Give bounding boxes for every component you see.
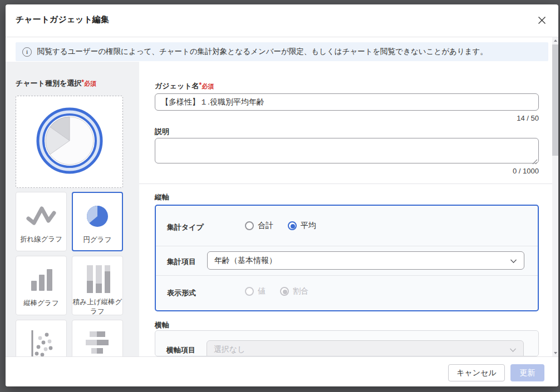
description-label: 説明 [155, 127, 169, 137]
aggregation-item-label: 集計項目 [167, 257, 196, 267]
radio-icon [288, 221, 297, 230]
scroll-down-icon[interactable] [554, 352, 557, 354]
chart-type-line[interactable]: 折れ線グラフ [16, 192, 67, 251]
close-icon [538, 16, 546, 26]
chart-type-pie[interactable]: 円グラフ [72, 192, 123, 251]
row-divider [156, 275, 538, 276]
radio-icon [280, 287, 289, 296]
stacked-bar-chart-icon [85, 264, 110, 294]
horizontal-bar-chart-icon [83, 328, 112, 356]
header-divider [6, 37, 558, 37]
chart-type-stacked-bar[interactable]: 積み上げ縦棒グラフ [72, 256, 123, 315]
vertical-scrollbar[interactable] [552, 37, 558, 356]
horizontal-axis-item-select: 選択なし [207, 340, 524, 356]
row-divider [156, 246, 538, 246]
pie-chart-preview-icon [33, 105, 106, 179]
name-char-counter: 14 / 50 [517, 114, 539, 122]
chart-gadget-edit-dialog: チャートガジェット編集 i 閲覧するユーザーの権限によって、チャートの集計対象と… [6, 4, 558, 386]
aggregation-type-radio-group: 合計 平均 [245, 221, 316, 231]
display-format-radio-group: 値 割合 [245, 286, 308, 296]
description-textarea[interactable] [155, 138, 539, 163]
dialog-title: チャートガジェット編集 [16, 14, 109, 25]
display-format-label: 表示形式 [167, 288, 196, 298]
horizontal-axis-item-label: 横軸項目 [166, 345, 195, 355]
gadget-name-input[interactable] [155, 93, 539, 111]
gadget-name-label: ガジェット名*必須 [155, 81, 214, 91]
section-divider [139, 183, 552, 184]
line-chart-icon [25, 200, 57, 231]
radio-total[interactable]: 合計 [245, 221, 273, 231]
bar-chart-icon [28, 264, 54, 295]
pie-chart-icon [85, 201, 110, 232]
dialog-footer: キャンセル 更新 [6, 356, 558, 386]
chart-type-sidebar: チャート種別を選択*必須 折れ線グラフ [6, 62, 139, 356]
radio-ratio: 割合 [280, 286, 308, 296]
cancel-button[interactable]: キャンセル [448, 364, 505, 381]
radio-icon [245, 287, 254, 296]
scatter-chart-icon [27, 328, 55, 356]
aggregation-item-select[interactable]: 年齢（基本情報） [207, 251, 524, 270]
horizontal-axis-heading: 横軸 [155, 320, 169, 330]
chart-type-scatter[interactable] [16, 320, 67, 356]
radio-value: 値 [245, 286, 266, 296]
banner-text: 閲覧するユーザーの権限によって、チャートの集計対象となるメンバーが限定、もしくは… [37, 47, 488, 57]
info-icon: i [22, 47, 32, 57]
horizontal-axis-box: 横軸項目 選択なし [155, 330, 539, 356]
description-char-counter: 0 / 1000 [513, 167, 539, 175]
radio-icon [245, 221, 254, 230]
scroll-up-icon[interactable] [554, 39, 557, 42]
chevron-down-icon [510, 256, 517, 265]
chart-type-bar[interactable]: 縦棒グラフ [16, 256, 67, 315]
chart-type-label: チャート種別を選択*必須 [16, 78, 96, 88]
chart-type-horizontal-bar[interactable] [72, 320, 123, 356]
chevron-down-icon [509, 345, 517, 354]
vertical-axis-box: 集計タイプ 合計 平均 集計項目 年齢（基本情報） 表示形式 [155, 205, 539, 311]
vertical-axis-heading: 縦軸 [155, 192, 169, 202]
update-button[interactable]: 更新 [510, 364, 544, 381]
radio-average[interactable]: 平均 [288, 221, 316, 231]
permission-info-banner: i 閲覧するユーザーの権限によって、チャートの集計対象となるメンバーが限定、もし… [16, 42, 548, 61]
scrollbar-thumb[interactable] [552, 44, 558, 156]
chart-preview [16, 96, 123, 188]
aggregation-type-label: 集計タイプ [167, 222, 204, 232]
close-button[interactable] [535, 14, 548, 28]
